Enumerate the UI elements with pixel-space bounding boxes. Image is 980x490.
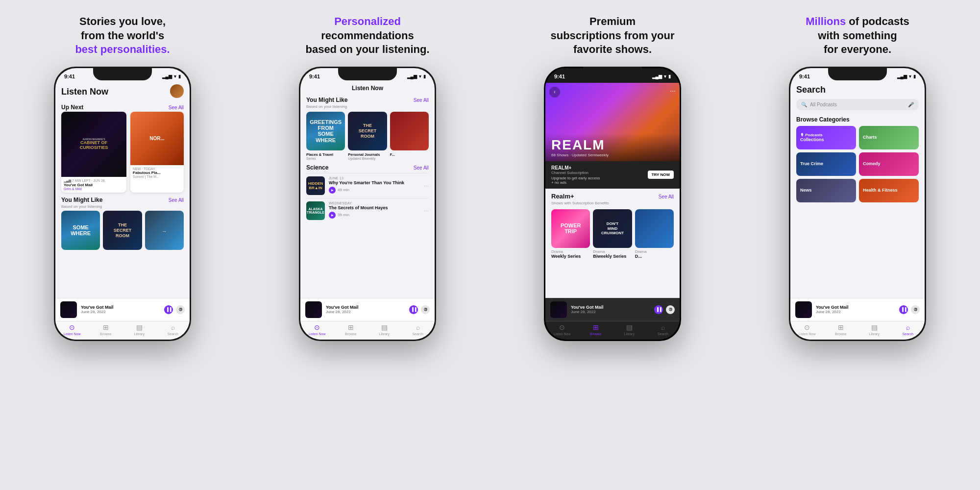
- np-date-3: June 28, 2022: [571, 310, 650, 314]
- tab-library-2[interactable]: ▤ Library: [368, 323, 401, 336]
- tab-listen-now-2[interactable]: ⊙ Listen Now: [300, 323, 334, 336]
- np-skip-4[interactable]: ⑳: [911, 305, 920, 314]
- tab-browse-label-2: Browse: [345, 332, 356, 336]
- realm-back-button[interactable]: ‹: [549, 87, 560, 98]
- phone-4-notch: [828, 67, 887, 80]
- secret-card-2[interactable]: THESECRETROOM Personal Journals Updated …: [348, 112, 387, 160]
- sci-more-2[interactable]: ···: [424, 207, 429, 214]
- cat-news[interactable]: News: [796, 179, 856, 202]
- sci-item-2[interactable]: ALASKATRIANGLE WEDNESDAY The Secrets of …: [306, 198, 429, 223]
- tab-listen-now-1[interactable]: ⊙ Listen Now: [55, 323, 89, 336]
- phone-4-content: Search 🔍 All Podcasts 🎤 Browse Categorie…: [790, 83, 925, 298]
- mic-icon[interactable]: 🎤: [908, 102, 914, 107]
- np-date-2: June 28, 2022: [326, 310, 405, 314]
- signal-icon-4: ▂▄▆: [897, 74, 907, 79]
- might-like-see-all[interactable]: See All: [169, 197, 184, 203]
- fabulous-card[interactable]: NOR... NEW · TODAY Fabulous Pla... Sonor…: [130, 112, 184, 193]
- secret-room-card[interactable]: THESECRETROOM: [103, 211, 142, 249]
- phone-1-status-icons: ▂▄▆ ▾ ▮: [162, 74, 181, 79]
- np-controls-4: ▐▐ ⑳: [899, 305, 920, 314]
- phone-1-screen-title: Listen Now: [61, 87, 108, 97]
- cabinet-card[interactable]: AARON MAHNKE'S CABINET OFCURIOSITIES ▂▄▆…: [61, 112, 126, 193]
- realm-dots-button[interactable]: ···: [670, 87, 676, 95]
- phone-4-time: 9:41: [799, 74, 810, 79]
- tab-search-1[interactable]: ⌕ Search: [156, 323, 190, 336]
- third-card-2[interactable]: F...: [390, 112, 429, 160]
- sci-play-1[interactable]: ▶: [329, 187, 336, 194]
- sci-meta-2: ▶ 39 min: [329, 212, 420, 219]
- sci-play-2[interactable]: ▶: [329, 212, 336, 219]
- np-play-2[interactable]: ▐▐: [409, 305, 418, 314]
- search-icon-3: ⌕: [661, 323, 665, 331]
- up-next-see-all[interactable]: See All: [169, 105, 184, 110]
- phone-2: 9:41 ▂▄▆ ▾ ▮ Listen Now You Might Like S…: [299, 67, 436, 341]
- third-art-inner-2: [390, 112, 429, 150]
- somewhere-art-inner-2: GREETINGS FROMSOMEWHERE: [306, 112, 345, 150]
- listen-now-icon-4: ⊙: [804, 323, 810, 331]
- phone-1-now-playing[interactable]: You've Got Mail June 28, 2022 ▐▐ ⑳: [55, 298, 190, 321]
- p2-might-like-see-all[interactable]: See All: [414, 98, 429, 103]
- phone-4-now-playing[interactable]: You've Got Mail June 28, 2022 ▐▐ ⑳: [790, 298, 925, 321]
- realm-see-all[interactable]: See All: [659, 194, 674, 199]
- cat-comedy[interactable]: Comedy: [859, 152, 919, 176]
- cat-health-fitness[interactable]: Health & Fitness: [859, 179, 919, 202]
- np-play-1[interactable]: ▐▐: [164, 305, 173, 314]
- fabulous-art: NOR...: [130, 112, 184, 165]
- tab-browse-1[interactable]: ⊞ Browse: [89, 323, 123, 336]
- sci-item-1[interactable]: HIDDENBR▲IN JUNE 13 Why You're Smarter T…: [306, 173, 429, 198]
- sci-more-1[interactable]: ···: [424, 182, 429, 189]
- tab-browse-4[interactable]: ⊞ Browse: [824, 323, 858, 336]
- np-skip-1[interactable]: ⑳: [176, 305, 185, 314]
- tab-search-3[interactable]: ⌕ Search: [646, 323, 680, 336]
- np-play-3[interactable]: ▐▐: [654, 305, 663, 314]
- panel-1-heading-line1: Stories you love,: [79, 15, 166, 27]
- cabinet-episode: You've Got Mail: [64, 183, 124, 188]
- third-card[interactable]: ...: [145, 211, 184, 249]
- dont-mind-art: DON'TMINDCRUXMONT: [593, 209, 632, 248]
- cabinet-info: ▂▄▆ 7 MIN LEFT · JUN 28 You've Got Mail …: [61, 177, 126, 193]
- np-date-4: June 28, 2022: [816, 310, 895, 314]
- search-icon-4: ⌕: [906, 323, 910, 331]
- tab-search-4[interactable]: ⌕ Search: [891, 323, 925, 336]
- tab-library-1[interactable]: ▤ Library: [122, 323, 156, 336]
- tab-browse-2[interactable]: ⊞ Browse: [334, 323, 368, 336]
- tab-library-label-3: Library: [624, 332, 635, 336]
- might-like-row: SOMEWHERE THESECRETROOM ...: [61, 211, 184, 249]
- np-skip-3[interactable]: ⑳: [666, 305, 675, 314]
- secret-art-2: THESECRETROOM: [348, 112, 387, 150]
- somewhere-card-2[interactable]: GREETINGS FROMSOMEWHERE Places & Travel …: [306, 112, 345, 160]
- tab-search-label-1: Search: [168, 332, 178, 336]
- somewhere-card[interactable]: SOMEWHERE: [61, 211, 100, 249]
- cat-charts[interactable]: Charts: [859, 126, 919, 149]
- tab-browse-label-3: Browse: [590, 332, 601, 336]
- tab-browse-3[interactable]: ⊞ Browse: [579, 323, 613, 336]
- third-realm-card[interactable]: Drama D...: [635, 209, 674, 259]
- phone-2-time: 9:41: [309, 74, 320, 79]
- np-thumb-art-2: [305, 301, 322, 318]
- dont-mind-card[interactable]: DON'TMINDCRUXMONT Drama Biweekly Series: [593, 209, 632, 259]
- search-bar[interactable]: 🔍 All Podcasts 🎤: [796, 99, 919, 110]
- tab-library-3[interactable]: ▤ Library: [612, 323, 646, 336]
- tab-listen-now-4[interactable]: ⊙ Listen Now: [790, 323, 824, 336]
- tab-library-label-1: Library: [134, 332, 145, 336]
- try-now-button[interactable]: TRY NOW: [648, 171, 674, 179]
- power-trip-card[interactable]: POWERTRIP Drama Weekly Series: [551, 209, 590, 259]
- tab-listen-now-3[interactable]: ⊙ Listen Now: [545, 323, 579, 336]
- phone-1-avatar[interactable]: [170, 84, 184, 98]
- panel-4-heading-line4: for everyone.: [824, 43, 891, 55]
- cat-true-crime[interactable]: True Crime: [796, 152, 856, 176]
- realm-meta: 68 Shows · Updated Semiweekly: [551, 153, 674, 157]
- tab-search-2[interactable]: ⌕ Search: [401, 323, 435, 336]
- np-skip-2[interactable]: ⑳: [421, 305, 430, 314]
- sci-info-1: JUNE 13 Why You're Smarter Than You Thin…: [329, 176, 420, 194]
- cat-podcasts-collections[interactable]: 🎙 Podcasts Collections: [796, 126, 856, 149]
- panel-4-heading-line3: with something: [818, 29, 897, 42]
- np-play-4[interactable]: ▐▐: [899, 305, 908, 314]
- phone-2-now-playing[interactable]: You've Got Mail June 28, 2022 ▐▐ ⑳: [300, 298, 435, 321]
- search-icon-2: ⌕: [416, 323, 420, 331]
- tab-library-4[interactable]: ▤ Library: [858, 323, 891, 336]
- tab-search-label-3: Search: [658, 332, 668, 336]
- p2-science-see-all[interactable]: See All: [414, 165, 429, 171]
- wifi-icon-3: ▾: [664, 74, 666, 79]
- phone-3-now-playing[interactable]: You've Got Mail June 28, 2022 ▐▐ ⑳: [545, 298, 680, 321]
